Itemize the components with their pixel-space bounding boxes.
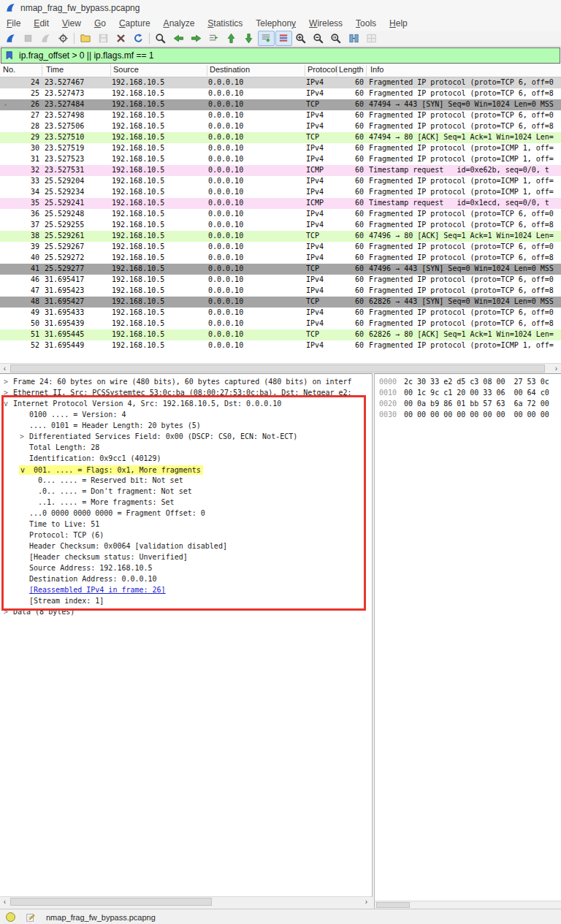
packet-row-29[interactable]: 2923.527510192.168.10.50.0.0.10TCP604749…: [0, 132, 561, 143]
packet-row-48[interactable]: 4831.695427192.168.10.50.0.0.10TCP606282…: [0, 297, 561, 308]
column-header-no[interactable]: No.: [3, 65, 39, 76]
scroll-left-arrow[interactable]: ‹: [0, 897, 9, 906]
hex-row[interactable]: 001000 1c 9c c1 20 00 33 06 00 64 c0: [375, 389, 561, 400]
hex-row[interactable]: 002000 0a b9 86 01 bb 57 63 6a 72 00: [375, 400, 561, 411]
zoom-in-button[interactable]: [293, 31, 310, 46]
collapsed-arrow-icon[interactable]: >: [4, 378, 8, 386]
packet-row-39[interactable]: 3925.529267192.168.10.50.0.0.10IPv460Fra…: [0, 242, 561, 253]
restart-capture-button[interactable]: [37, 31, 54, 46]
go-to-packet-button[interactable]: [205, 31, 222, 46]
packet-row-35[interactable]: 3525.529241192.168.10.50.0.0.10ICMP60Tim…: [0, 198, 561, 209]
column-separator[interactable]: [337, 65, 337, 76]
menu-telephony[interactable]: Telephony: [249, 17, 302, 30]
detail-line[interactable]: Header Checksum: 0x0064 [validation disa…: [0, 542, 372, 553]
capture-comment-icon[interactable]: [26, 912, 36, 923]
auto-scroll-toggle[interactable]: [258, 31, 275, 46]
reassembled-frame-link[interactable]: [Reassembled IPv4 in frame: 26]: [29, 586, 166, 594]
detail-line[interactable]: >Differentiated Services Field: 0x00 (DS…: [0, 432, 372, 443]
packet-row-34[interactable]: 3425.529234192.168.10.50.0.0.10IPv460Fra…: [0, 187, 561, 198]
go-forward-button[interactable]: [188, 31, 205, 46]
packet-row-26[interactable]: 2623.527484192.168.10.50.0.0.10TCP604749…: [0, 99, 561, 110]
packet-row-40[interactable]: 4025.529272192.168.10.50.0.0.10IPv460Fra…: [0, 253, 561, 264]
menu-capture[interactable]: Capture: [112, 17, 157, 30]
go-first-packet-button[interactable]: [223, 31, 240, 46]
column-header-length[interactable]: Length: [339, 65, 365, 76]
detail-line[interactable]: Time to Live: 51: [0, 520, 372, 531]
open-file-button[interactable]: [77, 31, 94, 46]
detail-line[interactable]: [Stream index: 1]: [0, 597, 372, 608]
column-separator[interactable]: [110, 65, 111, 76]
detail-line[interactable]: >Frame 24: 60 bytes on wire (480 bits), …: [0, 378, 372, 389]
collapsed-arrow-icon[interactable]: >: [4, 389, 8, 397]
detail-line[interactable]: .0.. .... = Don't fragment: Not set: [0, 487, 372, 498]
detail-line[interactable]: .... 0101 = Header Length: 20 bytes (5): [0, 421, 372, 432]
find-packet-button[interactable]: [153, 31, 169, 46]
resize-columns-button[interactable]: [346, 31, 362, 46]
scroll-thumb[interactable]: [376, 902, 410, 908]
capture-options-button[interactable]: [55, 31, 72, 46]
menu-tools[interactable]: Tools: [349, 17, 383, 30]
filter-bookmark-icon[interactable]: [5, 50, 15, 61]
packet-row-49[interactable]: 4931.695433192.168.10.50.0.0.10IPv460Fra…: [0, 308, 561, 318]
save-file-button[interactable]: [95, 31, 112, 46]
detail-line[interactable]: Source Address: 192.168.10.5: [0, 564, 372, 575]
detail-line[interactable]: ..1. .... = More fragments: Set: [0, 498, 372, 509]
go-back-button[interactable]: [170, 31, 187, 46]
column-separator[interactable]: [207, 65, 207, 76]
column-header-source[interactable]: Source: [113, 65, 207, 76]
layout-button[interactable]: [363, 31, 380, 46]
packet-row-52[interactable]: 5231.695449192.168.10.50.0.0.10IPv460Fra…: [0, 340, 561, 351]
scroll-right-arrow[interactable]: ›: [552, 364, 561, 373]
column-header-info[interactable]: Info: [370, 65, 561, 76]
menu-edit[interactable]: Edit: [27, 17, 56, 30]
scroll-thumb[interactable]: [10, 898, 212, 906]
packet-row-32[interactable]: 3223.527531192.168.10.50.0.0.10ICMP60Tim…: [0, 165, 561, 176]
details-hscrollbar[interactable]: ‹›: [0, 896, 372, 907]
detail-line[interactable]: [Reassembled IPv4 in frame: 26]: [0, 586, 372, 597]
packet-row-24[interactable]: 2423.527467192.168.10.50.0.0.10IPv460Fra…: [0, 77, 561, 88]
hex-row[interactable]: 003000 00 00 00 00 00 00 00 00 00 00: [375, 411, 561, 421]
menu-view[interactable]: View: [56, 17, 88, 30]
colorize-toggle[interactable]: [275, 31, 292, 46]
collapsed-arrow-icon[interactable]: >: [4, 608, 8, 616]
column-separator[interactable]: [42, 65, 42, 76]
menu-go[interactable]: Go: [88, 17, 112, 30]
hex-row[interactable]: 00002c 30 33 e2 d5 c3 08 00 27 53 0c: [375, 378, 561, 389]
packet-row-30[interactable]: 3023.527519192.168.10.50.0.0.10IPv460Fra…: [0, 143, 561, 154]
zoom-out-button[interactable]: [310, 31, 327, 46]
detail-line[interactable]: ...0 0000 0000 0000 = Fragment Offset: 0: [0, 509, 372, 520]
menu-file[interactable]: File: [0, 17, 27, 30]
detail-line[interactable]: Protocol: TCP (6): [0, 531, 372, 542]
packet-row-37[interactable]: 3725.529255192.168.10.50.0.0.10IPv460Fra…: [0, 220, 561, 231]
packet-row-27[interactable]: 2723.527498192.168.10.50.0.0.10IPv460Fra…: [0, 110, 561, 121]
expert-info-icon[interactable]: [6, 912, 15, 922]
scroll-thumb[interactable]: [10, 364, 545, 373]
menu-analyze[interactable]: Analyze: [157, 17, 202, 30]
packet-row-47[interactable]: 4731.695423192.168.10.50.0.0.10IPv460Fra…: [0, 286, 561, 297]
packet-row-46[interactable]: 4631.695417192.168.10.50.0.0.10IPv460Fra…: [0, 275, 561, 286]
expanded-arrow-icon[interactable]: v: [4, 400, 8, 408]
column-header-destination[interactable]: Destination: [210, 65, 305, 76]
column-separator[interactable]: [366, 65, 367, 76]
go-last-packet-button[interactable]: [240, 31, 257, 46]
detail-line[interactable]: >Data (8 bytes): [0, 608, 372, 619]
detail-line[interactable]: Identification: 0x9cc1 (40129): [0, 454, 372, 465]
start-capture-button[interactable]: [2, 31, 19, 46]
packet-row-36[interactable]: 3625.529248192.168.10.50.0.0.10IPv460Fra…: [0, 209, 561, 220]
display-filter-input[interactable]: ip.frag_offset > 0 || ip.flags.mf == 1: [1, 47, 560, 64]
scroll-left-arrow[interactable]: ‹: [0, 364, 9, 373]
detail-line[interactable]: [Header checksum status: Unverified]: [0, 553, 372, 564]
menu-help[interactable]: Help: [383, 17, 414, 30]
detail-line[interactable]: 0... .... = Reserved bit: Not set: [0, 476, 372, 487]
packet-row-38[interactable]: 3825.529261192.168.10.50.0.0.10TCP604749…: [0, 231, 561, 242]
detail-line[interactable]: vv 001. .... = Flags: 0x1, More fragment…: [0, 465, 372, 476]
collapsed-arrow-icon[interactable]: >: [20, 432, 24, 440]
menu-wireless[interactable]: Wireless: [302, 17, 349, 30]
detail-line[interactable]: Destination Address: 0.0.0.10: [0, 575, 372, 586]
close-file-button[interactable]: [112, 31, 129, 46]
column-header-time[interactable]: Time: [46, 65, 110, 76]
packet-row-51[interactable]: 5131.695445192.168.10.50.0.0.10TCP606282…: [0, 329, 561, 340]
zoom-normal-button[interactable]: [328, 31, 345, 46]
reload-file-button[interactable]: [130, 31, 147, 46]
menu-statistics[interactable]: Statistics: [201, 17, 249, 30]
